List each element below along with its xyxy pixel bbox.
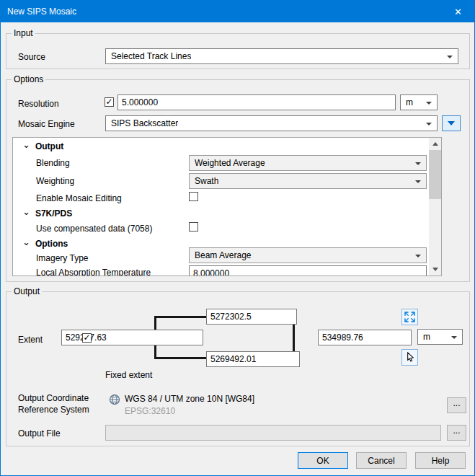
chevron-down-icon	[415, 180, 421, 183]
extent-bottom-input[interactable]	[206, 351, 300, 367]
pick-extent-button[interactable]	[401, 349, 418, 366]
output-file-label: Output File	[18, 428, 61, 438]
triangle-up-icon	[432, 142, 438, 146]
close-icon: ✕	[454, 6, 462, 17]
collapse-chevron-icon: ⌄	[22, 238, 30, 247]
scroll-down-button[interactable]	[429, 263, 441, 276]
check-icon: ✓	[83, 334, 90, 342]
resolution-unit-select[interactable]: m	[400, 94, 438, 110]
crs-epsg-code: EPSG:32610	[125, 406, 175, 416]
chevron-down-icon	[415, 162, 421, 165]
zoom-to-extent-button[interactable]	[401, 309, 418, 325]
extent-unit-select[interactable]: m	[417, 329, 463, 345]
use-compensated-data-label: Use compensated data (7058)	[36, 224, 152, 234]
output-group-label: Output	[12, 286, 42, 296]
crs-value: WGS 84 / UTM zone 10N [WG84]	[125, 394, 254, 404]
imagery-type-label: Imagery Type	[36, 253, 88, 263]
ellipsis-icon: ...	[453, 398, 460, 408]
engine-options-expand-button[interactable]	[442, 115, 461, 131]
scrollbar[interactable]	[429, 138, 441, 276]
source-value: Selected Track Lines	[111, 51, 191, 61]
local-absorption-temperature-input[interactable]	[189, 265, 427, 276]
resolution-input[interactable]	[117, 94, 396, 110]
weighting-select[interactable]: Swath	[189, 173, 427, 189]
options-group-label: Options	[12, 74, 45, 84]
cancel-button-label: Cancel	[368, 456, 394, 466]
fixed-extent-label: Fixed extent	[105, 370, 152, 380]
help-button-label: Help	[432, 456, 450, 466]
help-button[interactable]: Help	[415, 452, 466, 469]
extent-right-input[interactable]	[318, 330, 412, 345]
ok-button-label: OK	[316, 456, 329, 466]
weighting-label: Weighting	[36, 176, 74, 186]
weighting-value: Swath	[195, 176, 218, 186]
section-label-s7k-pds: S7K/PDS	[35, 208, 72, 219]
chevron-down-icon	[426, 102, 432, 105]
dialog-new-sips-mosaic: New SIPS Mosaic ✕ Input Source Selected …	[0, 0, 475, 476]
source-label: Source	[18, 52, 45, 62]
collapse-chevron-icon: ⌄	[22, 141, 30, 149]
chevron-down-icon	[448, 121, 455, 125]
enable-mosaic-editing-label: Enable Mosaic Editing	[36, 193, 122, 203]
chevron-down-icon	[451, 336, 457, 339]
use-compensated-data-checkbox[interactable]	[189, 222, 198, 232]
output-file-input	[105, 425, 441, 441]
cancel-button[interactable]: Cancel	[356, 452, 407, 469]
check-icon: ✓	[105, 98, 112, 106]
section-header-options[interactable]: ⌄ Options	[22, 239, 68, 249]
blending-select[interactable]: Weighted Average	[189, 155, 427, 171]
output-crs-label: Output Coordinate Reference System	[18, 392, 105, 415]
source-select[interactable]: Selected Track Lines	[105, 48, 458, 64]
mosaic-engine-label: Mosaic Engine	[18, 119, 75, 129]
section-label-options: Options	[35, 239, 68, 249]
input-group-label: Input	[12, 28, 35, 38]
resolution-unit-value: m	[406, 97, 413, 107]
ellipsis-icon: ...	[453, 426, 460, 436]
collapse-chevron-icon: ⌄	[22, 208, 30, 216]
close-button[interactable]: ✕	[442, 1, 474, 22]
pointer-cursor-icon	[404, 352, 415, 363]
mosaic-engine-select[interactable]: SIPS Backscatter	[105, 115, 438, 131]
section-header-output[interactable]: ⌄ Output	[22, 141, 63, 151]
extent-unit-value: m	[423, 332, 430, 342]
globe-icon	[109, 394, 120, 405]
mosaic-properties-panel: ⌄ Output Blending Weighted Average Weigh…	[12, 137, 442, 276]
chevron-down-icon	[426, 123, 432, 125]
triangle-down-icon	[432, 268, 438, 271]
crs-browse-button[interactable]: ...	[447, 397, 466, 413]
titlebar: New SIPS Mosaic ✕	[1, 1, 474, 22]
chevron-down-icon	[447, 56, 453, 58]
blending-value: Weighted Average	[195, 158, 265, 168]
imagery-type-value: Beam Average	[195, 250, 252, 260]
section-header-s7k-pds[interactable]: ⌄ S7K/PDS	[22, 208, 72, 219]
ok-button[interactable]: OK	[298, 452, 348, 469]
resolution-label: Resolution	[18, 99, 59, 109]
imagery-type-select[interactable]: Beam Average	[189, 247, 427, 263]
expand-arrows-icon	[404, 312, 415, 322]
enable-mosaic-editing-checkbox[interactable]	[189, 192, 198, 201]
blending-label: Blending	[36, 158, 70, 168]
local-absorption-temperature-label: Local Absorption Temperature	[36, 268, 151, 276]
scrollbar-thumb[interactable]	[429, 150, 441, 199]
scroll-up-button[interactable]	[429, 138, 441, 150]
extent-label: Extent	[18, 335, 43, 345]
window-title: New SIPS Mosaic	[7, 6, 76, 17]
resolution-checkbox[interactable]: ✓	[105, 97, 114, 107]
extent-checkbox[interactable]: ✓	[82, 333, 92, 343]
extent-top-input[interactable]	[206, 309, 297, 325]
chevron-down-icon	[415, 255, 421, 257]
output-file-browse-button[interactable]: ...	[447, 425, 466, 441]
mosaic-engine-value: SIPS Backscatter	[111, 118, 178, 128]
section-label-output: Output	[35, 141, 63, 151]
